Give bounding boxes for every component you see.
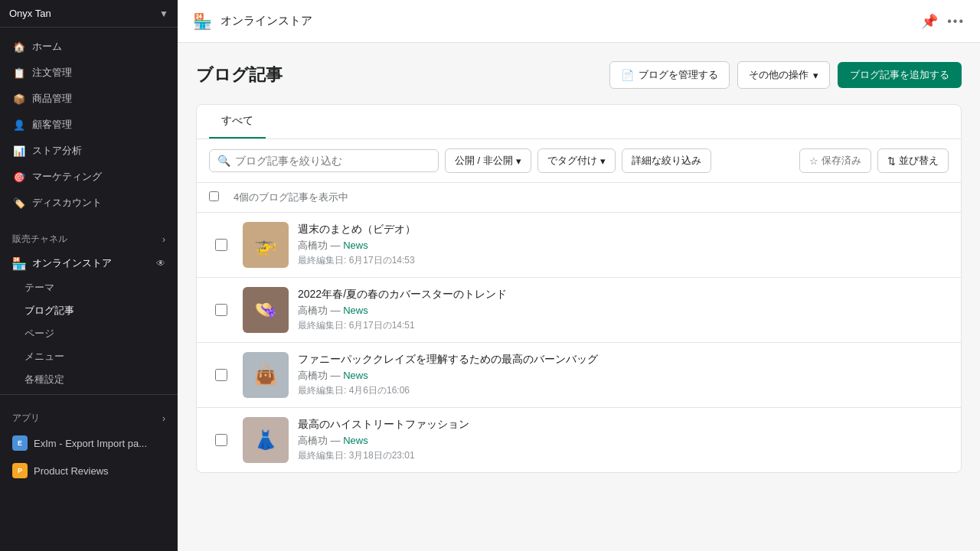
online-store-subnav: テーマ ブログ記事 ➤ ページ メニュー 各種設定 <box>0 276 178 391</box>
article-blog-link-2[interactable]: News <box>343 305 368 316</box>
store-topbar-icon: 🏪 <box>193 12 211 31</box>
page-header: ブログ記事 📄 ブログを管理する その他の操作 ▾ ブログ記事を追加する <box>196 61 962 89</box>
select-all-checkbox[interactable] <box>209 191 219 201</box>
manage-blog-button[interactable]: 📄 ブログを管理する <box>609 61 730 89</box>
app-exim-label: ExIm - Export Import pa... <box>34 438 147 449</box>
article-title-4: 最高のハイストリートファッション <box>298 418 949 432</box>
analytics-icon: 📊 <box>12 144 26 158</box>
sidebar-item-customers[interactable]: 👤 顧客管理 <box>0 112 178 138</box>
sidebar-item-online-store[interactable]: 🏪 オンラインストア 👁 <box>0 250 178 276</box>
subnav-blog[interactable]: ブログ記事 ➤ <box>24 299 178 322</box>
article-info-4: 最高のハイストリートファッション 高橋功 — News 最終編集日: 3月18日… <box>298 418 949 462</box>
article-date-4: 最終編集日: 3月18日の23:01 <box>298 449 949 462</box>
save-filter-button[interactable]: ☆ 保存済み <box>799 148 871 173</box>
reviews-icon: P <box>12 463 28 478</box>
list-header: 4個のブログ記事を表示中 <box>197 183 961 213</box>
article-blog-link-4[interactable]: News <box>343 435 368 446</box>
sort-icon: ⇅ <box>887 155 896 167</box>
sidebar-item-products-label: 商品管理 <box>32 92 72 106</box>
article-thumb-1: 🚁 <box>243 222 289 268</box>
app-exim[interactable]: E ExIm - Export Import pa... <box>0 429 178 457</box>
count-label: 4個のブログ記事を表示中 <box>234 191 348 204</box>
search-icon: 🔍 <box>217 155 230 167</box>
article-meta-4: 高橋功 — News <box>298 434 949 448</box>
tags-filter-arrow-icon: ▾ <box>600 155 606 167</box>
subnav-menu[interactable]: メニュー <box>24 345 178 368</box>
blog-item[interactable]: 🚁 週末のまとめ（ビデオ） 高橋功 — News 最終編集日: 6月17日の14… <box>197 213 961 278</box>
tab-all[interactable]: すべて <box>209 105 266 139</box>
search-input[interactable] <box>235 155 430 167</box>
more-options-icon[interactable]: ••• <box>947 15 965 28</box>
publish-filter-arrow-icon: ▾ <box>516 155 521 167</box>
article-title-1: 週末のまとめ（ビデオ） <box>298 223 949 236</box>
articles-card: すべて 🔍 公開 / 非公開 ▾ でタグ付け ▾ <box>196 104 962 473</box>
add-article-button[interactable]: ブログ記事を追加する <box>838 62 962 88</box>
search-wrap: 🔍 <box>209 149 439 172</box>
sales-channels-expand-icon: › <box>162 234 165 245</box>
discounts-icon: 🏷️ <box>12 196 26 210</box>
manage-blog-label: ブログを管理する <box>639 68 718 82</box>
sidebar-item-customers-label: 顧客管理 <box>32 118 72 132</box>
store-arrow-icon: ▼ <box>159 8 168 19</box>
article-blog-link-3[interactable]: News <box>343 370 368 381</box>
blog-item[interactable]: 👒 2022年春/夏の春のカバースターのトレンド 高橋功 — News 最終編集… <box>197 278 961 343</box>
sidebar-item-orders-label: 注文管理 <box>32 66 72 80</box>
tab-all-label: すべて <box>221 114 253 126</box>
page-title: ブログ記事 <box>196 64 609 86</box>
article-meta-3: 高橋功 — News <box>298 369 949 383</box>
detail-filter-button[interactable]: 詳細な絞り込み <box>622 148 711 173</box>
sort-button[interactable]: ⇅ 並び替え <box>877 148 949 173</box>
item-check-1 <box>209 239 234 251</box>
item-checkbox-4[interactable] <box>215 434 227 446</box>
store-selector[interactable]: Onyx Tan ▼ <box>0 0 178 28</box>
apps-expand-icon: › <box>162 413 165 424</box>
article-thumb-4: 👗 <box>243 417 289 463</box>
article-title-3: ファニーパッククレイズを理解するための最高のバーンバッグ <box>298 353 949 367</box>
chevron-down-icon: ▾ <box>813 70 818 81</box>
tags-filter-button[interactable]: でタグ付け ▾ <box>537 148 616 173</box>
article-date-1: 最終編集日: 6月17日の14:53 <box>298 254 949 267</box>
item-checkbox-1[interactable] <box>215 239 227 251</box>
article-thumb-2: 👒 <box>243 287 289 333</box>
sidebar-item-analytics[interactable]: 📊 ストア分析 <box>0 138 178 164</box>
sidebar-item-discounts-label: ディスカウント <box>32 196 102 210</box>
select-all-wrap <box>209 191 234 204</box>
article-date-2: 最終編集日: 6月17日の14:51 <box>298 319 949 332</box>
sidebar: Onyx Tan ▼ 🏠 ホーム 📋 注文管理 📦 商品管理 👤 顧客管理 📊 … <box>0 0 178 551</box>
orders-icon: 📋 <box>12 66 26 80</box>
item-checkbox-2[interactable] <box>215 304 227 316</box>
article-meta-1: 高橋功 — News <box>298 239 949 253</box>
subnav-pages[interactable]: ページ <box>24 322 178 345</box>
blog-item[interactable]: 👜 ファニーパッククレイズを理解するための最高のバーンバッグ 高橋功 — New… <box>197 343 961 408</box>
customers-icon: 👤 <box>12 118 26 132</box>
subnav-settings-label: 各種設定 <box>24 373 64 386</box>
apps-label: アプリ <box>12 412 40 425</box>
subnav-pages-label: ページ <box>24 327 54 341</box>
sidebar-item-orders[interactable]: 📋 注文管理 <box>0 60 178 86</box>
save-filter-star-icon: ☆ <box>809 155 818 167</box>
sidebar-item-discounts[interactable]: 🏷️ ディスカウント <box>0 190 178 216</box>
tab-bar: すべて <box>197 105 961 139</box>
subnav-theme[interactable]: テーマ <box>24 276 178 299</box>
sort-label: 並び替え <box>899 154 939 168</box>
sidebar-item-marketing[interactable]: 🎯 マーケティング <box>0 164 178 190</box>
subnav-settings[interactable]: 各種設定 <box>24 368 178 391</box>
pin-icon[interactable]: 📌 <box>921 13 938 30</box>
blog-item[interactable]: 👗 最高のハイストリートファッション 高橋功 — News 最終編集日: 3月1… <box>197 408 961 472</box>
publish-filter-button[interactable]: 公開 / 非公開 ▾ <box>445 148 531 173</box>
item-checkbox-3[interactable] <box>215 369 227 381</box>
sidebar-item-products[interactable]: 📦 商品管理 <box>0 86 178 112</box>
other-actions-button[interactable]: その他の操作 ▾ <box>737 61 830 89</box>
app-reviews[interactable]: P Product Reviews <box>0 457 178 484</box>
article-date-3: 最終編集日: 4月6日の16:06 <box>298 384 949 397</box>
topbar: 🏪 オンラインストア 📌 ••• <box>178 0 980 43</box>
detail-filter-label: 詳細な絞り込み <box>632 154 701 168</box>
right-panel: 🏪 オンラインストア 📌 ••• ブログ記事 📄 ブログを管理する その他の操作… <box>178 0 980 551</box>
article-blog-link-1[interactable]: News <box>343 240 368 251</box>
article-meta-2: 高橋功 — News <box>298 304 949 318</box>
subnav-menu-label: メニュー <box>24 350 64 364</box>
other-actions-label: その他の操作 <box>749 68 808 82</box>
article-thumb-3: 👜 <box>243 352 289 398</box>
sidebar-item-home[interactable]: 🏠 ホーム <box>0 34 178 60</box>
app-reviews-label: Product Reviews <box>34 465 109 477</box>
